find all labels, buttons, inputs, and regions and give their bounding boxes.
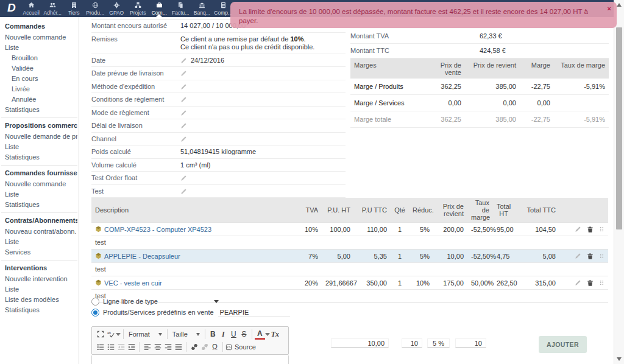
dolibarr-logo[interactable]: D: [7, 0, 16, 17]
scroll-up-arrow[interactable]: [617, 3, 622, 7]
bold-button[interactable]: B: [208, 329, 218, 340]
underline-button[interactable]: U: [229, 329, 239, 340]
sidebar-item-statistiques[interactable]: Statistiques: [1, 304, 77, 315]
edit-pencil-icon[interactable]: [180, 135, 191, 142]
align-center-icon[interactable]: [152, 341, 163, 352]
scroll-down-arrow[interactable]: [617, 357, 622, 361]
align-right-icon[interactable]: [163, 341, 173, 352]
vertical-scrollbar[interactable]: [614, 0, 624, 364]
edit-line-icon[interactable]: [575, 226, 581, 233]
delete-line-icon[interactable]: [587, 226, 594, 233]
edit-pencil-icon[interactable]: [180, 187, 191, 195]
sidebar-item-annulee[interactable]: Annulée: [1, 94, 77, 104]
discount-input[interactable]: [427, 338, 450, 348]
free-line-radio[interactable]: [91, 298, 99, 306]
nav-item-produits[interactable]: Produ...: [85, 0, 106, 17]
drag-handle-icon[interactable]: [599, 253, 604, 259]
indent-icon[interactable]: [126, 341, 136, 352]
sidebar-item-brouillon[interactable]: Brouillon: [1, 52, 77, 63]
sidebar-item-statistiques[interactable]: Statistiques: [1, 199, 77, 209]
add-button[interactable]: AJOUTER: [539, 336, 587, 353]
bullet-list-icon[interactable]: [105, 341, 116, 352]
nav-item-accueil[interactable]: Accueil: [21, 0, 42, 17]
sidebar-item-nouvelle-intervention[interactable]: Nouvelle intervention: [1, 273, 77, 284]
nav-item-tiers[interactable]: Tiers: [63, 0, 85, 17]
sidebar-item-livree[interactable]: Livrée: [1, 83, 77, 94]
editor-content-area[interactable]: [91, 355, 289, 364]
sidebar-item-liste[interactable]: Liste: [1, 42, 77, 52]
source-button[interactable]: Source: [225, 343, 256, 351]
edit-line-icon[interactable]: [575, 253, 581, 259]
remove-format-button[interactable]: Tx: [270, 329, 280, 340]
product-link[interactable]: APPLEPIE - Decapsuleur: [91, 250, 299, 262]
numbered-list-icon[interactable]: [95, 341, 105, 352]
sidebar-section-propositions[interactable]: Propositions commercial...: [1, 120, 77, 131]
sidebar-item-statistiques[interactable]: Statistiques: [1, 152, 77, 162]
edit-pencil-icon[interactable]: [180, 122, 191, 129]
chevron-down-icon[interactable]: [265, 333, 270, 336]
unlink-icon[interactable]: [199, 341, 210, 352]
buy-price-input[interactable]: [455, 338, 486, 348]
sidebar-item-en-cours[interactable]: En cours: [1, 73, 77, 83]
edit-pencil-icon[interactable]: [180, 57, 191, 64]
nav-item-banque[interactable]: Banq...: [191, 0, 213, 17]
scrollbar-thumb[interactable]: [616, 27, 622, 229]
nav-item-facturation[interactable]: Factu...: [170, 0, 191, 17]
edit-pencil-icon[interactable]: [180, 96, 191, 103]
sidebar-section-interventions[interactable]: Interventions: [1, 262, 77, 273]
edit-pencil-icon[interactable]: [180, 174, 191, 181]
size-dropdown[interactable]: Taille: [170, 331, 202, 338]
free-line-type-select[interactable]: [163, 297, 219, 306]
outdent-icon[interactable]: [116, 341, 126, 352]
nav-item-commerce[interactable]: Com...: [149, 0, 170, 17]
qty-input[interactable]: [402, 338, 422, 348]
gears-icon: [106, 2, 127, 9]
spellcheck-icon[interactable]: ab: [105, 329, 116, 340]
sidebar-item-nouvelle-demande-prix[interactable]: Nouvelle demande de prix: [1, 131, 77, 141]
align-justify-icon[interactable]: [173, 341, 183, 352]
sidebar-item-nouvelle-commande[interactable]: Nouvelle commande: [1, 32, 77, 42]
text-color-button[interactable]: A: [255, 329, 265, 340]
delete-line-icon[interactable]: [587, 279, 594, 287]
sidebar-section-commandes-fournisseurs[interactable]: Commandes fournisseurs: [1, 167, 77, 178]
align-left-icon[interactable]: [142, 341, 152, 352]
price-input[interactable]: [331, 338, 389, 348]
italic-button[interactable]: I: [218, 329, 229, 340]
sidebar-item-liste-modeles[interactable]: Liste des modèles: [1, 294, 77, 304]
sidebar-item-nouvelle-commande[interactable]: Nouvelle commande: [1, 178, 77, 189]
close-icon[interactable]: ×: [608, 4, 611, 13]
edit-line-icon[interactable]: [575, 279, 581, 286]
edit-pencil-icon[interactable]: [180, 83, 191, 90]
sidebar-item-liste[interactable]: Liste: [1, 189, 77, 199]
strikethrough-button[interactable]: S: [239, 329, 249, 340]
sidebar-item-liste[interactable]: Liste: [1, 141, 77, 152]
sidebar-section-commandes[interactable]: Commandes: [1, 21, 77, 32]
format-dropdown[interactable]: Format: [126, 331, 165, 338]
invoices-icon: [170, 2, 191, 9]
nav-item-gpao[interactable]: GPAO: [106, 0, 127, 17]
sidebar-item-liste[interactable]: Liste: [1, 236, 77, 247]
product-link[interactable]: VEC - veste en cuir: [91, 277, 299, 289]
chevron-down-icon[interactable]: [116, 333, 121, 336]
maximize-icon[interactable]: [95, 329, 105, 340]
table-row: APPLEPIE - Decapsuleur 7% 5,00 5,35 1 5%…: [91, 249, 608, 262]
sidebar-item-liste[interactable]: Liste: [1, 284, 77, 294]
sidebar-item-statistiques[interactable]: Statistiques: [1, 104, 77, 114]
nav-item-adherents[interactable]: Adhér...: [42, 0, 63, 17]
drag-handle-icon[interactable]: [599, 226, 604, 233]
nav-item-projets[interactable]: Projets: [127, 0, 149, 17]
predefined-product-input[interactable]: [218, 307, 290, 317]
link-icon[interactable]: [189, 341, 199, 352]
sidebar-section-contrats[interactable]: Contrats/Abonnements: [1, 215, 77, 226]
edit-pencil-icon[interactable]: [180, 69, 191, 77]
sidebar-item-validee[interactable]: Validée: [1, 63, 77, 73]
drag-handle-icon[interactable]: [599, 279, 604, 286]
sidebar-item-nouveau-contrat[interactable]: Nouveau contrat/abonn.: [1, 226, 77, 236]
sidebar-item-services[interactable]: Services: [1, 247, 77, 257]
predefined-product-radio[interactable]: [91, 309, 99, 317]
edit-pencil-icon[interactable]: [180, 109, 191, 116]
delete-line-icon[interactable]: [587, 253, 594, 260]
special-char-button[interactable]: Ω: [210, 341, 220, 352]
row-date-livraison: Date prévue de livraison: [91, 67, 346, 80]
product-link[interactable]: COMP-XP4523 - Computer XP4523: [91, 223, 299, 236]
